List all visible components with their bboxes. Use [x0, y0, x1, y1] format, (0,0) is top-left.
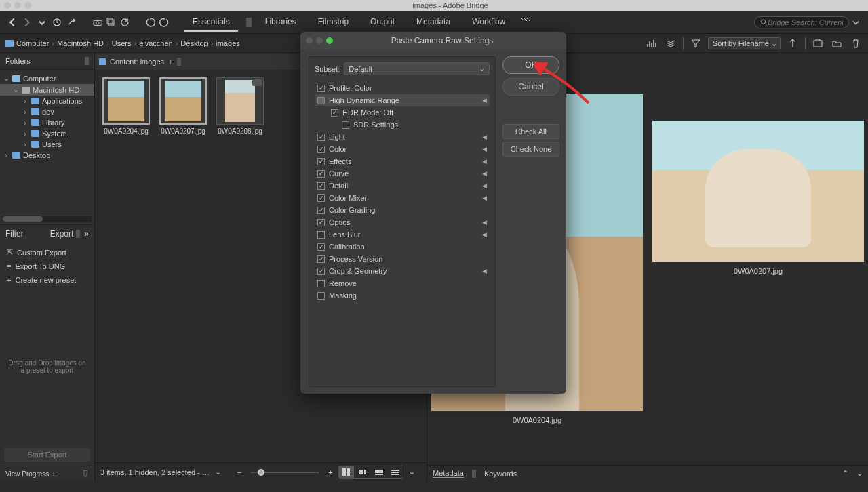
- disclosure-left-icon[interactable]: ◀: [482, 134, 487, 140]
- checkbox[interactable]: [317, 292, 325, 300]
- checkbox[interactable]: [317, 231, 325, 239]
- disclosure-left-icon[interactable]: ◀: [482, 219, 487, 226]
- tree-item-applications[interactable]: ›Applications: [0, 96, 94, 106]
- checkbox[interactable]: [317, 255, 325, 263]
- thumbnail-size-slider[interactable]: [251, 472, 319, 473]
- checkbox[interactable]: [317, 170, 325, 178]
- tab-handle-icon[interactable]: [246, 13, 252, 32]
- checkbox[interactable]: [317, 219, 325, 226]
- tree-item-desktop[interactable]: ›Desktop: [0, 150, 94, 161]
- export-preset-0[interactable]: ⇱Custom Export: [0, 245, 94, 260]
- tree-item-system[interactable]: ›System: [0, 128, 94, 139]
- setting-row-masking[interactable]: Masking: [315, 289, 490, 302]
- refresh-button[interactable]: [118, 16, 132, 29]
- tree-item-dev[interactable]: ›dev: [0, 106, 94, 117]
- keywords-tab[interactable]: Keywords: [484, 470, 517, 478]
- tab-filmstrip[interactable]: Filmstrip: [310, 13, 357, 32]
- tabs-overflow-icon[interactable]: [519, 13, 532, 26]
- setting-row-lens-blur[interactable]: Lens Blur◀: [315, 228, 490, 241]
- export-menu-icon[interactable]: [76, 230, 80, 238]
- zoom-out-button[interactable]: −: [237, 468, 241, 476]
- checkbox[interactable]: [317, 97, 325, 104]
- setting-row-effects[interactable]: Effects◀: [315, 155, 490, 167]
- disclosure-left-icon[interactable]: ◀: [482, 268, 487, 274]
- dialog-close-icon[interactable]: [306, 37, 313, 44]
- disclosure-left-icon[interactable]: ◀: [482, 182, 487, 189]
- open-in-app-icon[interactable]: [811, 37, 825, 50]
- search-field[interactable]: [754, 16, 849, 28]
- disclosure-left-icon[interactable]: ◀: [482, 194, 487, 201]
- checkbox[interactable]: [317, 268, 325, 275]
- checkbox[interactable]: [317, 158, 325, 165]
- crumb-desktop[interactable]: Desktop: [180, 39, 208, 47]
- tab-metadata[interactable]: Metadata: [408, 13, 458, 32]
- tree-horizontal-scrollbar[interactable]: [3, 216, 92, 222]
- disclosure-left-icon[interactable]: ◀: [482, 158, 487, 165]
- export-preset-1[interactable]: ≡Export To DNG: [0, 260, 94, 273]
- histogram-icon[interactable]: [645, 37, 658, 50]
- checkbox[interactable]: [317, 146, 325, 153]
- view-grid-large-button[interactable]: [339, 466, 354, 478]
- tab-essentials[interactable]: Essentials: [184, 13, 238, 32]
- filter-label[interactable]: Filter: [5, 229, 24, 239]
- tree-item-computer[interactable]: ⌄Computer: [0, 73, 94, 84]
- rotate-ccw-button[interactable]: [144, 16, 157, 29]
- checkbox[interactable]: [331, 109, 338, 117]
- export-preset-2[interactable]: +Create new preset: [0, 273, 94, 287]
- status-dropdown-icon[interactable]: ⌄: [215, 468, 221, 476]
- setting-row-calibration[interactable]: Calibration: [315, 241, 490, 253]
- export-overflow-icon[interactable]: »: [84, 229, 89, 239]
- thumbnail-item[interactable]: 0W0A0207.jpg: [159, 77, 208, 135]
- crumb-user[interactable]: elvacchen: [139, 39, 173, 47]
- tab-output[interactable]: Output: [362, 13, 403, 32]
- checkbox[interactable]: [342, 121, 349, 129]
- setting-row-process-version[interactable]: Process Version: [315, 253, 490, 265]
- crumb-users[interactable]: Users: [112, 39, 132, 47]
- disclosure-left-icon[interactable]: ◀: [482, 231, 487, 238]
- crumb-macintosh-hd[interactable]: Macintosh HD: [57, 39, 104, 47]
- search-input[interactable]: [768, 18, 843, 26]
- setting-row-color[interactable]: Color◀: [315, 143, 490, 155]
- setting-row-color-grading[interactable]: Color Grading: [315, 204, 490, 216]
- setting-row-light[interactable]: Light◀: [315, 131, 490, 143]
- view-grid-small-button[interactable]: [355, 466, 370, 478]
- camera-import-button[interactable]: [91, 16, 104, 29]
- checkbox[interactable]: [317, 280, 325, 287]
- view-dropdown-icon[interactable]: ⌄: [409, 468, 415, 476]
- metadata-collapse-icon[interactable]: ⌃: [842, 469, 848, 478]
- setting-row-crop-geometry[interactable]: Crop & Geometry◀: [315, 265, 490, 277]
- checkbox[interactable]: [317, 85, 325, 92]
- metadata-tab[interactable]: Metadata: [433, 469, 464, 478]
- crumb-images[interactable]: images: [216, 39, 239, 47]
- panel-menu-icon[interactable]: [85, 57, 89, 65]
- rotate-cw-button[interactable]: [157, 16, 171, 29]
- batch-button[interactable]: [104, 16, 118, 29]
- trash-small-icon[interactable]: [82, 469, 89, 478]
- disclosure-left-icon[interactable]: ◀: [482, 170, 487, 177]
- content-menu-icon[interactable]: [177, 58, 181, 66]
- search-dropdown-icon[interactable]: [849, 16, 863, 29]
- check-none-button[interactable]: Check None: [502, 142, 559, 157]
- trash-icon[interactable]: [849, 37, 863, 50]
- zoom-in-button[interactable]: +: [328, 468, 332, 476]
- window-traffic-lights[interactable]: [4, 2, 31, 9]
- setting-row-color-mixer[interactable]: Color Mixer◀: [315, 192, 490, 204]
- setting-row-remove[interactable]: Remove: [315, 277, 490, 289]
- view-list-button[interactable]: [388, 466, 403, 478]
- tab-workflow[interactable]: Workflow: [464, 13, 513, 32]
- folders-panel-header[interactable]: Folders: [0, 53, 94, 70]
- checkbox[interactable]: [317, 207, 325, 214]
- history-button[interactable]: [50, 16, 64, 29]
- dialog-titlebar[interactable]: Paste Camera Raw Settings: [300, 32, 566, 49]
- nav-forward-button[interactable]: [20, 16, 34, 29]
- checkbox[interactable]: [317, 243, 325, 251]
- setting-row-profile-color[interactable]: Profile: Color: [315, 82, 490, 94]
- metadata-dropdown-icon[interactable]: ⌄: [856, 469, 863, 478]
- preview-image-side[interactable]: [652, 121, 864, 262]
- filter-funnel-icon[interactable]: [689, 37, 703, 50]
- setting-row-high-dynamic-range[interactable]: High Dynamic Range◀: [315, 94, 490, 106]
- metadata-menu-icon[interactable]: [472, 470, 476, 478]
- new-folder-icon[interactable]: [830, 37, 844, 50]
- crumb-computer[interactable]: Computer: [16, 39, 49, 47]
- view-thumb-list-button[interactable]: [372, 466, 387, 478]
